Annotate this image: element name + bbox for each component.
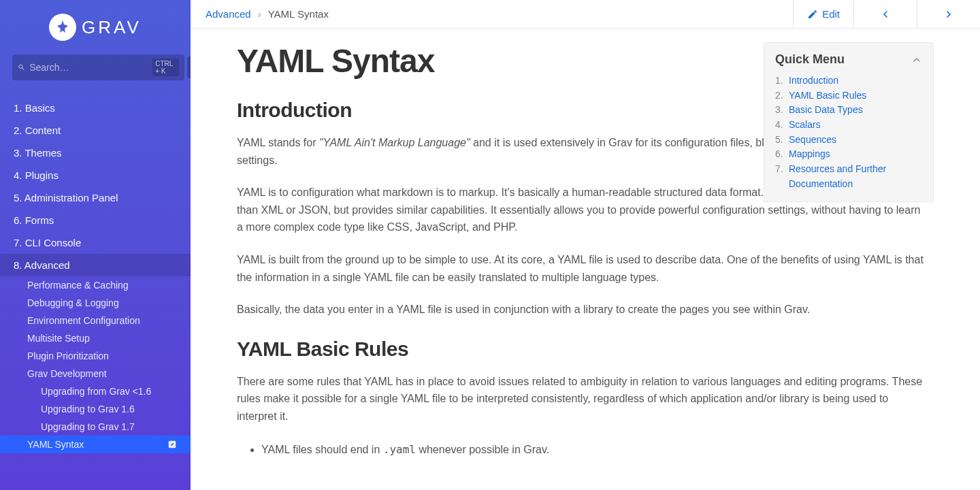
prev-button[interactable] [853, 0, 917, 28]
sub-sub-item[interactable]: Upgrading to Grav 1.7 [0, 418, 191, 436]
chevron-up-icon[interactable] [911, 54, 922, 65]
code-inline: .yaml [383, 443, 416, 456]
sub-item[interactable]: Grav Development [0, 365, 191, 382]
nav-item-content[interactable]: 2. Content [0, 119, 191, 142]
sub-item[interactable]: Plugin Prioritization [0, 347, 191, 365]
qm-item[interactable]: Mappings [775, 147, 922, 162]
sub-item[interactable]: Environment Configuration [0, 312, 191, 329]
edit-button[interactable]: Edit [793, 0, 853, 28]
qm-item[interactable]: YAML Basic Rules [775, 88, 922, 103]
sub-item[interactable]: Debugging & Logging [0, 294, 191, 312]
nav-item-advanced[interactable]: 8. Advanced [0, 254, 191, 276]
breadcrumb-parent[interactable]: Advanced [206, 8, 251, 20]
body-text: There are some rules that YAML has in pl… [237, 373, 924, 425]
logo-text: GRAV [82, 17, 142, 38]
sub-sub-item[interactable]: Upgrading from Grav <1.6 [0, 382, 191, 400]
nav-item-basics[interactable]: 1. Basics [0, 97, 191, 119]
nav-item-themes[interactable]: 3. Themes [0, 142, 191, 164]
quick-menu-title: Quick Menu [775, 52, 845, 67]
nav-list: 1. Basics 2. Content 3. Themes 4. Plugin… [0, 88, 191, 480]
quick-menu-list: Introduction YAML Basic Rules Basic Data… [775, 74, 922, 192]
chevron-right-icon: › [258, 8, 261, 20]
search-box[interactable]: CTRL + K [12, 54, 184, 80]
qm-item[interactable]: Resources and Further Documentation [775, 162, 922, 191]
main: Advanced › YAML Syntax Edit Q [191, 0, 980, 490]
rules-list: YAML files should end in .yaml whenever … [237, 440, 924, 459]
search-input[interactable] [29, 62, 148, 73]
body-text: YAML is built from the ground up to be s… [237, 251, 924, 286]
sub-item[interactable]: Performance & Caching [0, 276, 191, 294]
nav-item-cli[interactable]: 7. CLI Console [0, 231, 191, 254]
logo-icon [49, 14, 76, 41]
search-kbd: CTRL + K [152, 59, 179, 76]
list-item: YAML files should end in .yaml whenever … [261, 440, 924, 459]
check-icon [167, 440, 177, 449]
section-heading-rules: YAML Basic Rules [237, 338, 924, 361]
sub-sub-item[interactable]: Upgrading to Grav 1.6 [0, 400, 191, 418]
qm-item[interactable]: Sequences [775, 133, 922, 148]
qm-item[interactable]: Introduction [775, 74, 922, 88]
sub-list: Performance & Caching Debugging & Loggin… [0, 276, 191, 453]
top-actions: Edit [793, 0, 980, 28]
content: Quick Menu Introduction YAML Basic Rules… [191, 29, 980, 490]
nav-item-plugins[interactable]: 4. Plugins [0, 164, 191, 186]
search-icon [18, 62, 25, 73]
breadcrumb: Advanced › YAML Syntax [206, 8, 329, 20]
logo[interactable]: GRAV [0, 0, 191, 54]
quick-menu: Quick Menu Introduction YAML Basic Rules… [764, 42, 934, 202]
chevron-left-icon [880, 9, 891, 20]
body-text: Basically, the data you enter in a YAML … [237, 301, 924, 318]
sub-item-current[interactable]: YAML Syntax [0, 436, 191, 453]
nav-item-forms[interactable]: 6. Forms [0, 209, 191, 231]
chevron-right-icon [943, 9, 954, 20]
next-button[interactable] [917, 0, 980, 28]
qm-item[interactable]: Basic Data Types [775, 103, 922, 118]
topbar: Advanced › YAML Syntax Edit [191, 0, 980, 29]
nav-item-admin[interactable]: 5. Administration Panel [0, 186, 191, 209]
sub-item[interactable]: Multisite Setup [0, 329, 191, 347]
edit-icon [807, 9, 818, 20]
qm-item[interactable]: Scalars [775, 118, 922, 133]
sidebar: GRAV CTRL + K v1.5 1. Basics 2. Content … [0, 0, 191, 490]
breadcrumb-current: YAML Syntax [268, 8, 329, 20]
